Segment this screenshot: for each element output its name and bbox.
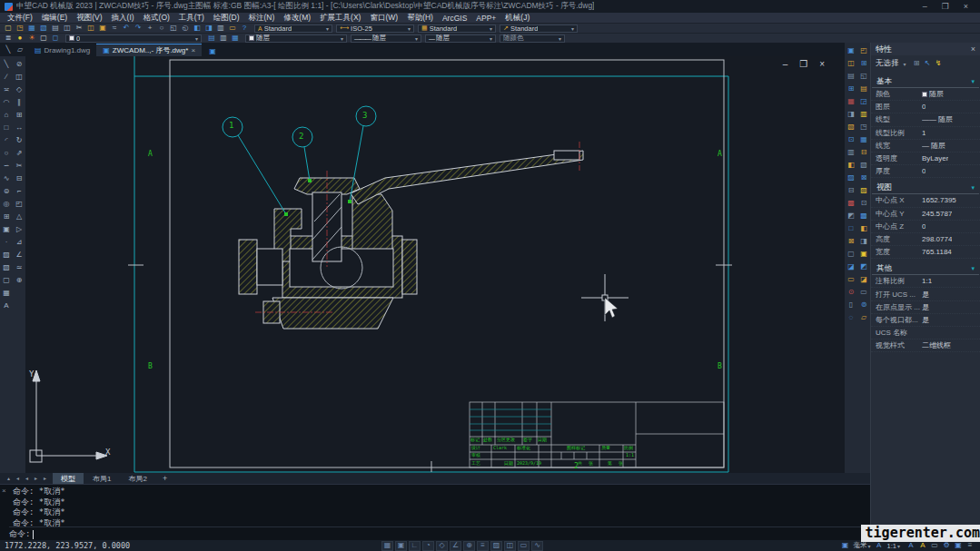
draw-tool-icon[interactable]: ≍: [1, 84, 12, 96]
menu-item[interactable]: 扩展工具(X): [315, 13, 365, 24]
mech-tool-icon[interactable]: ⊟: [846, 184, 856, 197]
model-space-icon[interactable]: ▣: [840, 541, 851, 551]
valve-handle[interactable]: [351, 151, 583, 204]
mech-tool-icon[interactable]: ▧: [858, 159, 869, 172]
menu-item[interactable]: 标注(N): [244, 13, 280, 24]
draw-tool-icon[interactable]: ╲: [1, 58, 12, 71]
annotation-monitor-icon[interactable]: ∿: [531, 541, 543, 551]
valve-left-pipe-bore[interactable]: [257, 249, 282, 285]
first-tab-icon[interactable]: ◂: [14, 474, 22, 484]
property-row[interactable]: 线型——随层: [871, 113, 980, 126]
property-row[interactable]: 透明度ByLayer: [871, 153, 980, 165]
settings-gear-icon[interactable]: ⚙: [941, 541, 952, 551]
draw-tool-icon[interactable]: ▨: [1, 249, 12, 261]
tab-close-icon[interactable]: ×: [191, 46, 195, 54]
section-header[interactable]: 基本 ▾: [872, 76, 979, 88]
drawing-viewport[interactable]: [25, 56, 845, 473]
annotation-visibility-icon[interactable]: A: [874, 541, 885, 551]
prev-tab-icon[interactable]: ◂: [23, 474, 31, 484]
menu-item[interactable]: 格式(O): [139, 13, 174, 24]
mech-tool-icon[interactable]: ⊠: [846, 235, 856, 248]
menu-item[interactable]: 工具(T): [174, 13, 209, 24]
mech-tool-icon[interactable]: ⊞: [846, 83, 856, 95]
drawing-close-button[interactable]: ×: [819, 60, 825, 69]
draw-tool-icon[interactable]: ▣: [1, 223, 12, 236]
layer-unlock-icon[interactable]: ◻: [50, 34, 61, 44]
chevron-down-icon[interactable]: ▾: [341, 35, 343, 42]
mech-tool-icon[interactable]: ⊙: [846, 286, 856, 299]
selection-dropdown[interactable]: 无选择 ▾ ⊞↖↯: [871, 55, 980, 72]
draw-tool-icon[interactable]: A: [1, 300, 12, 312]
mech-tool-icon[interactable]: ◲: [858, 95, 869, 108]
modify-tool-icon[interactable]: ✂: [14, 160, 25, 172]
modify-tool-icon[interactable]: ⇗: [14, 147, 25, 160]
plotstyle-combo[interactable]: 随颜色 ▾: [500, 34, 565, 43]
property-row[interactable]: 中心点 Z0: [871, 221, 980, 233]
modify-tool-icon[interactable]: △: [14, 211, 25, 223]
close-button[interactable]: ×: [964, 0, 968, 13]
pan-icon[interactable]: +: [144, 24, 155, 34]
property-row[interactable]: 高度298.0774: [871, 233, 980, 246]
tab-menu-icon[interactable]: ▴: [5, 474, 13, 484]
layer-previous-icon[interactable]: ▥: [218, 34, 229, 44]
tab-model[interactable]: 模型: [53, 473, 84, 484]
mech-tool-icon[interactable]: ▨: [846, 172, 856, 184]
draw-tool-icon[interactable]: □: [1, 122, 12, 134]
drawing-restore-button[interactable]: ❐: [799, 60, 807, 69]
open-icon[interactable]: ◳: [15, 24, 25, 34]
mech-tool-icon[interactable]: ◰: [858, 44, 869, 57]
copy-icon[interactable]: ◫: [85, 24, 96, 34]
chevron-down-icon[interactable]: ▾: [490, 25, 492, 32]
mech-tool-icon[interactable]: ◱: [858, 70, 869, 83]
cut-icon[interactable]: ✂: [74, 24, 84, 34]
drawing-minimize-button[interactable]: –: [783, 60, 788, 69]
select-objects-icon[interactable]: ↖: [923, 59, 933, 69]
property-row[interactable]: 线宽—随层: [871, 140, 980, 153]
section-header[interactable]: 视图 ▾: [872, 182, 979, 194]
modify-tool-icon[interactable]: ↻: [14, 134, 25, 147]
mech-tool-icon[interactable]: ⊡: [846, 133, 856, 146]
match-properties-icon[interactable]: ≈: [109, 24, 120, 34]
last-tab-icon[interactable]: ▸: [41, 474, 49, 484]
mech-tool-icon[interactable]: ▱: [858, 311, 869, 324]
mech-tool-icon[interactable]: ◧: [858, 222, 869, 235]
draw-tool-icon[interactable]: ∕: [1, 71, 12, 84]
mech-tool-icon[interactable]: ◩: [858, 261, 869, 273]
help-icon[interactable]: ?: [239, 24, 250, 34]
table-style-combo[interactable]: ▦ Standard ▾: [418, 25, 496, 33]
mech-tool-icon[interactable]: ▩: [846, 197, 856, 210]
menu-item[interactable]: 编辑(E): [37, 13, 72, 24]
paper-border[interactable]: [134, 56, 728, 472]
workspace-switch-icon[interactable]: ▭: [929, 541, 940, 551]
mech-tool-icon[interactable]: ⊡: [858, 197, 869, 210]
property-row[interactable]: 厚度0: [871, 165, 980, 178]
new-icon[interactable]: ▢: [3, 24, 14, 34]
lineweight-toggle-icon[interactable]: ≡: [477, 541, 489, 551]
mech-tool-icon[interactable]: ▤: [858, 83, 869, 95]
sheet-icon[interactable]: ▥: [215, 24, 226, 34]
doc-tab-drawing1[interactable]: ▤ Drawing1.dwg: [28, 44, 96, 56]
draw-tool-icon[interactable]: ∿: [1, 172, 12, 185]
clean-screen-icon[interactable]: ▣: [953, 541, 964, 551]
property-row[interactable]: 在原点显示 ...是: [871, 301, 980, 314]
chevron-down-icon[interactable]: ▾: [868, 543, 871, 549]
mech-tool-icon[interactable]: ⊠: [858, 172, 869, 184]
modify-tool-icon[interactable]: ↔: [14, 122, 25, 134]
draw-tool-icon[interactable]: ◎: [1, 198, 12, 211]
undo-icon[interactable]: ↶: [121, 24, 132, 34]
layer-states-icon[interactable]: ▦: [230, 34, 241, 44]
property-row[interactable]: 中心点 X1652.7395: [871, 194, 980, 207]
dim-style-combo[interactable]: ⟷ ISO-25 ▾: [336, 25, 414, 33]
modify-tool-icon[interactable]: ◰: [14, 198, 25, 211]
drawing-canvas[interactable]: – ❐ × 123ABAB2YX标记处数分区更改签字日期设计Clark标准化图样…: [25, 56, 845, 473]
modify-tool-icon[interactable]: ∠: [14, 249, 25, 261]
mech-tool-icon[interactable]: □: [846, 222, 856, 235]
redo-icon[interactable]: ↷: [133, 24, 144, 34]
draw-tool-icon[interactable]: ○: [1, 147, 12, 160]
mech-tool-icon[interactable]: ▣: [858, 248, 869, 261]
toggle-pickadd-icon[interactable]: ⊞: [912, 59, 922, 69]
property-row[interactable]: 每个视口都...是: [871, 314, 980, 327]
annotation-scale-combo[interactable]: 1:1 ▾: [887, 542, 900, 550]
tab-layout1[interactable]: 布局1: [84, 473, 119, 484]
linetype-combo[interactable]: ——— 随层 ▾: [351, 34, 421, 43]
